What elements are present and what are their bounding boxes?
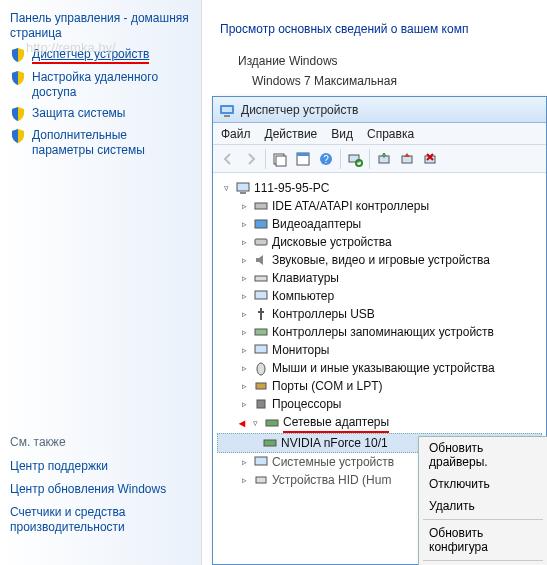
toolbar-update-driver[interactable] <box>373 148 395 170</box>
expand-icon[interactable]: ▹ <box>239 399 250 410</box>
svg-rect-6 <box>297 153 309 156</box>
menu-action[interactable]: Действие <box>265 127 318 141</box>
toolbar-scan[interactable] <box>344 148 366 170</box>
svg-rect-15 <box>240 192 246 194</box>
expand-icon[interactable]: ▹ <box>239 273 250 284</box>
tree-category[interactable]: ▹Контроллеры запоминающих устройств <box>217 323 542 341</box>
processor-icon <box>253 396 269 412</box>
expand-icon[interactable]: ▹ <box>239 363 250 374</box>
usb-icon <box>253 306 269 322</box>
svg-rect-18 <box>255 239 267 245</box>
svg-rect-27 <box>264 440 276 446</box>
expand-icon[interactable]: ▹ <box>239 327 250 338</box>
expand-icon[interactable]: ▹ <box>239 345 250 356</box>
menu-bar: Файл Действие Вид Справка <box>213 123 546 145</box>
svg-rect-28 <box>255 457 267 465</box>
svg-point-10 <box>356 160 362 166</box>
svg-rect-16 <box>255 203 267 209</box>
highlight-arrow-icon: ◂ <box>239 414 245 432</box>
sidebar-remote-access[interactable]: Настройка удаленного доступа <box>10 67 191 103</box>
edition-value: Windows 7 Максимальная <box>202 70 547 96</box>
tree-category[interactable]: ▹Видеоадаптеры <box>217 215 542 233</box>
port-icon <box>253 378 269 394</box>
expand-icon[interactable]: ▹ <box>239 291 250 302</box>
network-adapter-icon <box>264 415 280 431</box>
svg-rect-29 <box>256 477 266 483</box>
tree-category[interactable]: ▹IDE ATA/ATAPI контроллеры <box>217 197 542 215</box>
system-device-icon <box>253 454 269 470</box>
menu-view[interactable]: Вид <box>331 127 353 141</box>
nav-forward-button <box>240 148 262 170</box>
sidebar-system-protection[interactable]: Защита системы <box>10 103 191 125</box>
menu-help[interactable]: Справка <box>367 127 414 141</box>
expand-icon[interactable]: ▹ <box>239 309 250 320</box>
collapse-icon[interactable]: ▿ <box>221 183 232 194</box>
tree-category[interactable]: ▹Процессоры <box>217 395 542 413</box>
toolbar-uninstall[interactable] <box>419 148 441 170</box>
page-title: Просмотр основных сведений о вашем комп <box>202 0 547 40</box>
tree-category[interactable]: ▹Дисковые устройства <box>217 233 542 251</box>
svg-rect-25 <box>257 400 265 408</box>
storage-controller-icon <box>253 324 269 340</box>
tree-category[interactable]: ▹Мыши и иные указывающие устройства <box>217 359 542 377</box>
svg-point-23 <box>257 363 265 375</box>
sidebar-windows-update[interactable]: Центр обновления Windows <box>10 478 191 501</box>
tree-category[interactable]: ▹Контроллеры USB <box>217 305 542 323</box>
nav-back-button <box>217 148 239 170</box>
tree-root[interactable]: ▿ 111-95-95-PC <box>217 179 542 197</box>
expand-icon[interactable]: ▹ <box>239 475 250 486</box>
computer-icon <box>235 180 251 196</box>
svg-rect-22 <box>255 345 267 353</box>
window-title-text: Диспетчер устройств <box>241 103 358 117</box>
device-manager-window: Диспетчер устройств Файл Действие Вид Сп… <box>212 96 547 565</box>
sound-icon <box>253 252 269 268</box>
svg-rect-26 <box>266 420 278 426</box>
toolbar-help[interactable]: ? <box>315 148 337 170</box>
expand-icon[interactable]: ▹ <box>239 201 250 212</box>
hid-icon <box>253 472 269 488</box>
tree-category[interactable]: ▹Компьютер <box>217 287 542 305</box>
expand-icon[interactable]: ▹ <box>239 457 250 468</box>
svg-rect-4 <box>276 156 286 166</box>
collapse-icon[interactable]: ▿ <box>250 418 261 429</box>
context-disable[interactable]: Отключить <box>419 473 547 495</box>
sidebar-action-center[interactable]: Центр поддержки <box>10 455 191 478</box>
display-adapter-icon <box>253 216 269 232</box>
svg-rect-17 <box>255 220 267 228</box>
svg-rect-14 <box>237 183 249 191</box>
sidebar-advanced-settings[interactable]: Дополнительные параметры системы <box>10 125 191 161</box>
sidebar-performance[interactable]: Счетчики и средства производительности <box>10 501 191 539</box>
sidebar-home-link[interactable]: Панель управления - домашняя страница <box>10 8 191 44</box>
context-scan-hardware[interactable]: Обновить конфигура <box>419 522 547 558</box>
svg-rect-24 <box>256 383 266 389</box>
expand-icon[interactable]: ▹ <box>239 255 250 266</box>
shield-icon <box>10 106 26 122</box>
window-titlebar[interactable]: Диспетчер устройств <box>213 97 546 123</box>
context-update-driver[interactable]: Обновить драйверы. <box>419 437 547 473</box>
svg-rect-21 <box>255 329 267 335</box>
tree-category-network[interactable]: ◂▿Сетевые адаптеры <box>217 413 542 433</box>
tree-category[interactable]: ▹Мониторы <box>217 341 542 359</box>
ide-icon <box>253 198 269 214</box>
shield-icon <box>10 128 26 144</box>
tree-category[interactable]: ▹Порты (COM и LPT) <box>217 377 542 395</box>
control-panel-sidebar: Панель управления - домашняя страница ht… <box>0 0 202 565</box>
tree-category[interactable]: ▹Клавиатуры <box>217 269 542 287</box>
svg-text:?: ? <box>323 154 329 165</box>
expand-icon[interactable]: ▹ <box>239 237 250 248</box>
toolbar-show-hidden[interactable] <box>269 148 291 170</box>
monitor-icon <box>253 342 269 358</box>
sidebar-device-manager[interactable]: Диспетчер устройств <box>10 44 191 67</box>
toolbar-disable[interactable] <box>396 148 418 170</box>
expand-icon[interactable]: ▹ <box>239 219 250 230</box>
expand-icon[interactable]: ▹ <box>239 381 250 392</box>
see-also-label: См. также <box>10 431 191 455</box>
tree-category[interactable]: ▹Звуковые, видео и игровые устройства <box>217 251 542 269</box>
keyboard-icon <box>253 270 269 286</box>
context-uninstall[interactable]: Удалить <box>419 495 547 517</box>
edition-label: Издание Windows <box>202 40 547 70</box>
svg-rect-19 <box>255 276 267 281</box>
menu-file[interactable]: Файл <box>221 127 251 141</box>
toolbar-properties[interactable] <box>292 148 314 170</box>
shield-icon <box>10 47 26 63</box>
